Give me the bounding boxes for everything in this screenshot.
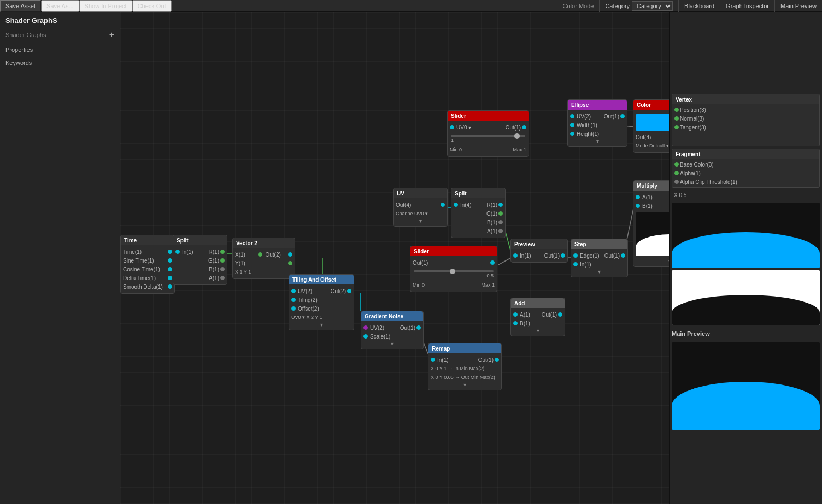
remap-node[interactable]: Remap In(1)Out(1) X 0 Y 1 → In Min Max(2… (428, 343, 502, 390)
ellipse-node[interactable]: Ellipse UV(2)Out(1) Width(1) Height(1) ▾ (567, 99, 627, 147)
port[interactable] (674, 125, 679, 129)
save-as-button[interactable]: Save As... (41, 0, 79, 12)
port-edge[interactable] (573, 253, 578, 258)
port-r[interactable] (498, 203, 503, 207)
port[interactable] (291, 298, 296, 302)
category-dropdown[interactable]: Category Category (599, 0, 678, 12)
port-a[interactable] (498, 229, 503, 233)
gradient-expand[interactable]: ▾ (361, 341, 423, 347)
port[interactable] (168, 276, 172, 280)
add-node[interactable]: Add A(1)Out(1) B(1) ▾ (510, 298, 565, 336)
port-in[interactable] (454, 203, 458, 207)
port-a[interactable] (513, 312, 518, 317)
color-mode-label: Color Mode (557, 0, 600, 12)
port-out[interactable] (522, 125, 526, 129)
slider2-node[interactable]: Slider Out(1) 0.5 Min 0Max 1 (410, 246, 497, 292)
tiling-expand[interactable]: ▾ (289, 322, 354, 328)
port[interactable] (168, 250, 172, 254)
port[interactable] (168, 258, 172, 263)
show-in-project-button[interactable]: Show In Project (79, 0, 132, 12)
port-b[interactable] (513, 321, 518, 325)
port-r[interactable] (220, 250, 225, 254)
port-g[interactable] (220, 258, 225, 263)
category-select[interactable]: Category (632, 1, 673, 11)
port-b[interactable] (636, 204, 640, 208)
graph-inspector-tab[interactable]: Graph Inspector (720, 0, 774, 12)
check-out-button[interactable]: Check Out (132, 0, 172, 12)
uv-expand[interactable]: ▾ (394, 218, 447, 224)
slider1-node[interactable]: Slider UV0 ▾ Out(1) 1 Min 0Max 1 (447, 110, 529, 157)
port[interactable] (674, 180, 679, 184)
canvas-area[interactable]: Time Time(1) Sine Time(1) Cosine Time(1)… (120, 12, 669, 504)
fragment-rp-header: Fragment (672, 149, 819, 159)
split2-node[interactable]: Split In(1)R(1) G(1) B(1) A(1) (173, 235, 227, 285)
uv-node[interactable]: UV Out(4) Channe UV0 ▾ ▾ (393, 188, 448, 227)
step-node[interactable]: Step Edge(1)Out(1) In(1) ▾ (571, 239, 628, 277)
port-uv[interactable] (363, 325, 368, 330)
port[interactable] (674, 108, 679, 112)
fragment-node-rp[interactable]: Fragment Base Color(3) Alpha(1) Alpha Cl… (672, 149, 820, 188)
port-uv[interactable] (570, 114, 574, 118)
blackboard-tab[interactable]: Blackboard (678, 0, 720, 12)
main-preview-label: Main Preview (670, 327, 822, 340)
port-out[interactable] (347, 289, 351, 293)
port-out[interactable] (288, 252, 292, 257)
tiling-offset-node[interactable]: Tiling And Offset UV(2)Out(2) Tiling(2) … (289, 274, 354, 330)
port-b[interactable] (498, 220, 503, 224)
port-in[interactable] (573, 262, 578, 266)
port-out[interactable] (620, 114, 625, 118)
port-in[interactable] (431, 358, 435, 362)
port[interactable] (168, 284, 172, 289)
rp-base-color: Base Color(3) (680, 162, 817, 168)
ellipse-expand[interactable]: ▾ (568, 138, 627, 144)
sidebar-properties[interactable]: Properties (0, 43, 120, 56)
port[interactable] (168, 267, 172, 271)
add-shader-button[interactable]: + (109, 30, 114, 40)
port-in[interactable] (175, 250, 180, 254)
port-out[interactable] (416, 325, 421, 330)
port[interactable] (258, 252, 262, 257)
port-w[interactable] (570, 123, 574, 127)
port-g[interactable] (498, 211, 503, 216)
color-swatch[interactable] (636, 114, 669, 131)
split1-node[interactable]: Split In(4)R(1) G(1) B(1) A(1) (451, 188, 506, 238)
rp-alpha-clip: Alpha Clip Threshold(1) (680, 179, 817, 185)
port-uv[interactable] (450, 125, 454, 129)
port-out[interactable] (495, 358, 499, 362)
port-out[interactable] (441, 203, 445, 207)
port[interactable] (674, 171, 679, 175)
port-h[interactable] (570, 132, 574, 136)
multiply2-expand[interactable]: ▾ (633, 258, 669, 264)
port-scale[interactable] (363, 334, 368, 339)
cursor-indicator (422, 258, 424, 259)
x-value-label: X 0.5 (670, 190, 822, 200)
port-out[interactable] (561, 253, 565, 258)
save-asset-button[interactable]: Save Asset (0, 0, 41, 12)
gradient-noise-node[interactable]: Gradient Noise UV(2)Out(1) Scale(1) ▾ (361, 311, 424, 349)
step-header: Step (571, 239, 627, 249)
port-in[interactable] (513, 253, 518, 258)
port-a[interactable] (636, 195, 640, 199)
color-node[interactable]: Color Out(4) Mode Default ▾ (633, 99, 669, 153)
add-expand[interactable]: ▾ (511, 328, 565, 334)
time-node[interactable]: Time Time(1) Sine Time(1) Cosine Time(1)… (120, 235, 175, 294)
port[interactable] (674, 116, 679, 121)
sidebar-keywords[interactable]: Keywords (0, 56, 120, 69)
port-out[interactable] (558, 312, 562, 317)
preview-node[interactable]: Preview In(1)Out(1) (510, 239, 568, 263)
vector2-node[interactable]: Vector 2 X(1) Out(2) Y(1) X 1 Y 1 (232, 238, 295, 279)
port-b[interactable] (220, 267, 225, 271)
main-preview-tab[interactable]: Main Preview (774, 0, 822, 12)
rp-alpha: Alpha(1) (680, 170, 817, 176)
port[interactable] (291, 306, 296, 311)
port-out[interactable] (490, 260, 495, 265)
port[interactable] (291, 289, 296, 293)
remap-expand[interactable]: ▾ (428, 382, 501, 388)
multiply2-node[interactable]: Multiply A(1)Out(1) B(1) ▾ (633, 180, 669, 267)
step-expand[interactable]: ▾ (571, 269, 627, 275)
vertex-node-rp[interactable]: Vertex Position(3) Normal(3) Tangent(3) (672, 94, 820, 146)
port[interactable] (288, 261, 292, 265)
port-a[interactable] (220, 276, 225, 280)
port[interactable] (674, 162, 679, 167)
port-out[interactable] (621, 253, 625, 258)
